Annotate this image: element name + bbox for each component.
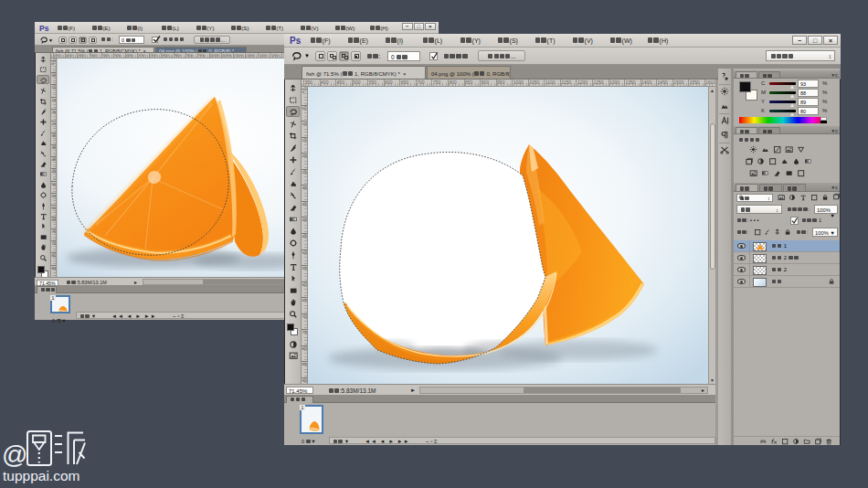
svg-text:tupppai.com: tupppai.com — [3, 468, 79, 483]
svg-text:@: @ — [2, 440, 27, 469]
